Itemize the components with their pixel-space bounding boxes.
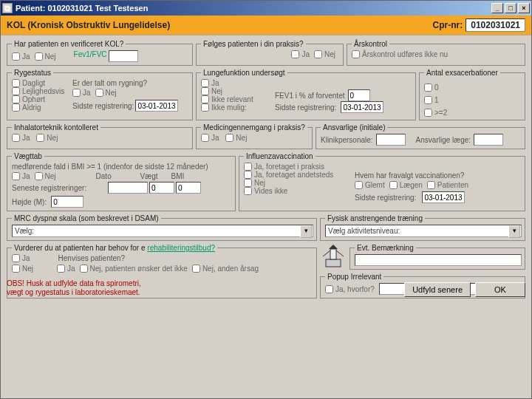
laege-input[interactable]	[474, 134, 503, 146]
lunge-ikkemulig[interactable]: Ikke mulig:	[201, 103, 270, 112]
maximize-button[interactable]: □	[505, 3, 516, 13]
svg-marker-2	[329, 245, 338, 249]
lunge-date[interactable]	[341, 101, 383, 113]
lunge-ja[interactable]: Ja	[201, 79, 270, 87]
exac-0[interactable]: 0	[424, 83, 517, 92]
inf-praksis[interactable]: Ja, foretaget i praksis	[244, 163, 350, 171]
klinik-label: Klinikpersonale:	[321, 136, 373, 144]
aarskontrol: Årskontrol Årskontrol udføres ikke nu	[347, 40, 525, 66]
rehab-ja[interactable]: Ja	[12, 254, 30, 262]
ryge-talt-label: Er der talt om rygning?	[72, 79, 189, 87]
inf-patienten[interactable]: Patienten	[427, 181, 468, 189]
inf-andet[interactable]: Ja, foretaget andetsteds	[244, 171, 350, 179]
inf-nej[interactable]: Nej	[244, 179, 350, 187]
hojde-label: Højde (M):	[12, 198, 47, 206]
ryge-lejligh[interactable]: Lejlighedsvis	[12, 87, 68, 95]
window-title: Patient: 0102031021 Test Testesen	[16, 4, 148, 13]
klinik-input[interactable]	[376, 134, 406, 146]
hvem-label: Hvem har fravalgt vaccinationen?	[355, 171, 522, 180]
bmi-input[interactable]	[176, 182, 201, 194]
svg-line-3	[323, 250, 330, 256]
header-bar: KOL (Kronisk Obstruktiv Lungelidelse) Cp…	[1, 16, 531, 35]
vt-nej[interactable]: Nej	[35, 172, 56, 180]
inhal-ja[interactable]: Ja	[12, 134, 30, 142]
hojde-input[interactable]	[51, 196, 83, 208]
disease-title: KOL (Kronisk Obstruktiv Lungelidelse)	[7, 20, 170, 30]
ryge-talt-ja[interactable]: Ja	[72, 89, 91, 97]
bmi-hdr: BMI	[171, 172, 185, 180]
vt-ja[interactable]: Ja	[12, 172, 30, 180]
lunge-sidste-label: Sidste registrering:	[275, 103, 336, 112]
mrc: MRC dyspnø skala (som beskrevet i DSAM) …	[7, 214, 317, 241]
inhal-nej[interactable]: Nej	[36, 134, 58, 142]
ryge-aldrig[interactable]: Aldrig	[12, 103, 68, 112]
udfyld-senere-button[interactable]: Udfyld senere	[404, 282, 471, 297]
folges-praksis: Følges patienten i din praksis? Ja Nej	[196, 40, 344, 66]
seneste-label: Seneste registreringer:	[12, 184, 106, 192]
inf-sidste-label: Sidste registrering:	[355, 194, 416, 202]
chk-ja[interactable]: Ja	[12, 50, 30, 62]
ryge-talt-nej[interactable]: Nej	[95, 89, 117, 97]
exac-2[interactable]: >=2	[424, 109, 517, 117]
sentinel-icon	[318, 242, 348, 269]
folges-ja[interactable]: Ja	[291, 50, 310, 58]
med-ja[interactable]: Ja	[201, 134, 219, 142]
obs-text: OBS! Husk at udfylde data fra spirometri…	[7, 279, 141, 297]
rehab-nej[interactable]: Nej	[12, 265, 33, 273]
vaegttab-text: medførende fald i BMI >= 1 (indenfor de …	[12, 163, 232, 171]
fysisk-select[interactable]: Vælg aktivitetsniveau:	[325, 225, 522, 237]
influenza: Influenzavaccination Ja, foretaget i pra…	[239, 152, 525, 211]
verificeret-kol: Har patienten en verificeret KOL? Ja Nej…	[7, 40, 193, 66]
inf-laegen[interactable]: Lægen	[389, 181, 423, 189]
rehab-link[interactable]: rehabiliteringstilbud?	[147, 244, 215, 252]
fysisk: Fysisk anstrengende træning Vælg aktivit…	[320, 214, 525, 241]
inf-date[interactable]	[422, 191, 465, 203]
inhalator: Inhalatorteknik kontolleret Ja Nej	[7, 123, 193, 149]
ok-button[interactable]: OK	[475, 282, 525, 297]
svg-rect-1	[330, 249, 336, 259]
inf-glemt[interactable]: Glemt	[355, 181, 385, 189]
folges-nej[interactable]: Nej	[314, 50, 335, 58]
henv-ja[interactable]: Ja	[57, 265, 75, 273]
laege-label: Ansvarlige læge:	[416, 136, 471, 144]
vaegt-input[interactable]	[149, 182, 174, 194]
exac-1[interactable]: 1	[424, 96, 517, 104]
medicingennemgang: Medicingennemgang i praksis? Ja Nej	[196, 123, 313, 149]
app-icon: ⧉	[2, 3, 13, 13]
ansvarlige: Ansvarlige (initiale) Klinikpersonale: A…	[316, 123, 525, 149]
svg-rect-0	[326, 259, 341, 267]
fev-input[interactable]	[109, 50, 138, 62]
inf-videsikke[interactable]: Vides ikke	[244, 187, 350, 195]
close-button[interactable]: ×	[518, 3, 530, 13]
dato-hdr: Dato	[96, 172, 139, 180]
evt-bemaerkning: Evt. Bemærkning	[349, 244, 525, 270]
ryge-dagligt[interactable]: Dagligt	[12, 79, 68, 87]
fev-link[interactable]: Fev1/FVC	[74, 50, 107, 62]
med-nej[interactable]: Nej	[225, 134, 247, 142]
cpr-label: Cpr-nr:	[433, 20, 463, 30]
henv-nej-anden[interactable]: Nej, anden årsag	[192, 265, 259, 273]
cpr-value: 0102031021	[466, 18, 525, 32]
chk-nej[interactable]: Nej	[35, 50, 56, 62]
vaegt-hdr: Vægt	[140, 172, 170, 180]
henv-nej-onsker[interactable]: Nej, patienten ønsker det ikke	[80, 265, 188, 273]
svg-line-4	[336, 250, 344, 256]
mrc-select[interactable]: Vælg:	[12, 225, 313, 237]
lungefunktion: Lungefunktion undersøgt Ja Nej Ikke rele…	[196, 69, 416, 120]
exacerbationer: Antal exsacerbationer 0 1 >=2	[419, 69, 525, 120]
ryge-sidste-label: Sidste registrering:	[72, 102, 134, 110]
vaegttab: Vægttab medførende fald i BMI >= 1 (inde…	[7, 152, 236, 211]
dato-input[interactable]	[108, 182, 148, 194]
ryge-date[interactable]	[135, 100, 178, 112]
fev-pct-label: FEV1 i % af forventet	[275, 92, 345, 100]
fev-pct-input[interactable]	[348, 89, 370, 101]
title-bar: ⧉ Patient: 0102031021 Test Testesen _ □ …	[1, 1, 531, 16]
lunge-nej[interactable]: Nej	[201, 87, 270, 95]
rygestatus: Rygestatus Dagligt Lejlighedsvis Ophørt …	[7, 69, 193, 120]
ryge-ophort[interactable]: Ophørt	[12, 95, 68, 103]
aarskontrol-chk[interactable]: Årskontrol udføres ikke nu	[352, 50, 448, 58]
evt-input[interactable]	[355, 254, 522, 266]
henvises-label: Henvises patienten?	[58, 254, 126, 262]
lunge-ikkerel[interactable]: Ikke relevant	[201, 95, 270, 103]
minimize-button[interactable]: _	[491, 3, 503, 13]
